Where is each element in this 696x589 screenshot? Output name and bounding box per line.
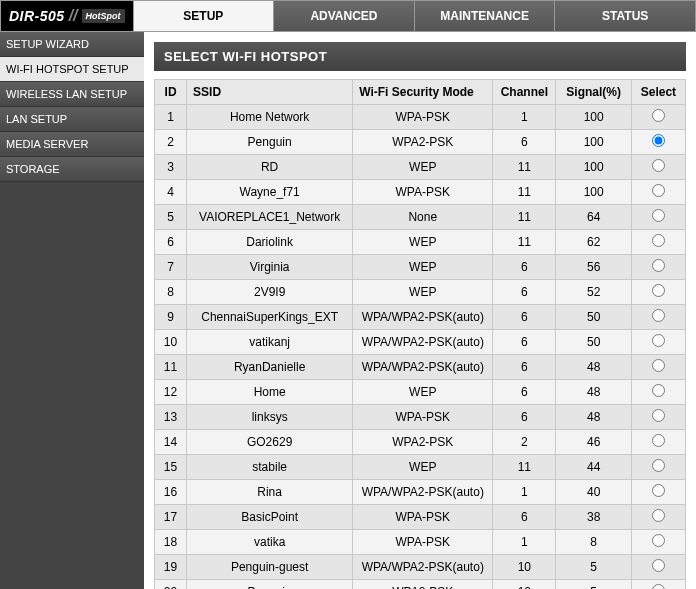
cell-security: WPA-PSK <box>353 405 493 430</box>
select-radio[interactable] <box>652 309 665 322</box>
topnav-item-maintenance[interactable]: MAINTENANCE <box>414 1 555 31</box>
cell-ssid: vatika <box>187 530 353 555</box>
select-radio[interactable] <box>652 159 665 172</box>
cell-ssid: ChennaiSuperKings_EXT <box>187 305 353 330</box>
table-row: 17BasicPointWPA-PSK638 <box>155 505 686 530</box>
cell-channel: 10 <box>493 580 556 590</box>
topnav-item-advanced[interactable]: ADVANCED <box>273 1 414 31</box>
table-row: 7VirginiaWEP656 <box>155 255 686 280</box>
cell-ssid: 2V9I9 <box>187 280 353 305</box>
sidebar-item-lan-setup[interactable]: LAN SETUP <box>0 107 144 132</box>
cell-id: 17 <box>155 505 187 530</box>
topnav-item-setup[interactable]: SETUP <box>133 1 274 31</box>
cell-select <box>631 230 685 255</box>
cell-channel: 6 <box>493 330 556 355</box>
cell-channel: 6 <box>493 130 556 155</box>
cell-channel: 6 <box>493 505 556 530</box>
table-row: 20PenguinWPA2-PSK105 <box>155 580 686 590</box>
table-row: 14GO2629WPA2-PSK246 <box>155 430 686 455</box>
select-radio[interactable] <box>652 409 665 422</box>
col-id: ID <box>155 80 187 105</box>
cell-signal: 44 <box>556 455 631 480</box>
select-radio[interactable] <box>652 109 665 122</box>
cell-channel: 6 <box>493 255 556 280</box>
sidebar-item-storage[interactable]: STORAGE <box>0 157 144 182</box>
select-radio[interactable] <box>652 384 665 397</box>
cell-select <box>631 280 685 305</box>
cell-select <box>631 355 685 380</box>
cell-signal: 40 <box>556 480 631 505</box>
select-radio[interactable] <box>652 234 665 247</box>
cell-channel: 6 <box>493 305 556 330</box>
select-radio[interactable] <box>652 209 665 222</box>
cell-ssid: vatikanj <box>187 330 353 355</box>
cell-security: WPA-PSK <box>353 180 493 205</box>
sidebar-item-media-server[interactable]: MEDIA SERVER <box>0 132 144 157</box>
select-radio[interactable] <box>652 509 665 522</box>
cell-signal: 100 <box>556 130 631 155</box>
sidebar-item-wi-fi-hotspot-setup[interactable]: WI-FI HOTSPOT SETUP <box>0 57 144 82</box>
cell-channel: 1 <box>493 480 556 505</box>
select-radio[interactable] <box>652 184 665 197</box>
topbar: DIR-505 // HotSpot SETUPADVANCEDMAINTENA… <box>0 0 696 32</box>
cell-signal: 5 <box>556 555 631 580</box>
top-nav: SETUPADVANCEDMAINTENANCESTATUS <box>133 1 695 31</box>
brand-mode: HotSpot <box>82 9 125 23</box>
cell-channel: 11 <box>493 230 556 255</box>
cell-select <box>631 105 685 130</box>
col-signal: Signal(%) <box>556 80 631 105</box>
networks-table: ID SSID Wi-Fi Security Mode Channel Sign… <box>154 79 686 589</box>
cell-select <box>631 530 685 555</box>
topnav-item-status[interactable]: STATUS <box>554 1 695 31</box>
table-row: 19Penguin-guestWPA/WPA2-PSK(auto)105 <box>155 555 686 580</box>
cell-ssid: RyanDanielle <box>187 355 353 380</box>
cell-security: WEP <box>353 255 493 280</box>
sidebar-item-setup-wizard[interactable]: SETUP WIZARD <box>0 32 144 57</box>
cell-id: 20 <box>155 580 187 590</box>
select-radio[interactable] <box>652 459 665 472</box>
table-row: 2PenguinWPA2-PSK6100 <box>155 130 686 155</box>
select-radio[interactable] <box>652 284 665 297</box>
select-radio[interactable] <box>652 434 665 447</box>
cell-channel: 1 <box>493 530 556 555</box>
cell-id: 14 <box>155 430 187 455</box>
table-row: 3RDWEP11100 <box>155 155 686 180</box>
cell-signal: 50 <box>556 330 631 355</box>
select-radio[interactable] <box>652 484 665 497</box>
cell-channel: 6 <box>493 380 556 405</box>
cell-security: WPA2-PSK <box>353 130 493 155</box>
sidebar-item-wireless-lan-setup[interactable]: WIRELESS LAN SETUP <box>0 82 144 107</box>
cell-select <box>631 580 685 590</box>
cell-select <box>631 155 685 180</box>
cell-security: WPA2-PSK <box>353 580 493 590</box>
cell-ssid: Wayne_f71 <box>187 180 353 205</box>
cell-signal: 56 <box>556 255 631 280</box>
cell-ssid: Rina <box>187 480 353 505</box>
cell-select <box>631 330 685 355</box>
select-radio[interactable] <box>652 334 665 347</box>
select-radio[interactable] <box>652 134 665 147</box>
table-row: 10vatikanjWPA/WPA2-PSK(auto)650 <box>155 330 686 355</box>
table-row: 4Wayne_f71WPA-PSK11100 <box>155 180 686 205</box>
cell-signal: 48 <box>556 380 631 405</box>
cell-security: WPA/WPA2-PSK(auto) <box>353 480 493 505</box>
select-radio[interactable] <box>652 534 665 547</box>
select-radio[interactable] <box>652 559 665 572</box>
cell-ssid: Dariolink <box>187 230 353 255</box>
cell-id: 4 <box>155 180 187 205</box>
cell-ssid: VAIOREPLACE1_Network <box>187 205 353 230</box>
cell-select <box>631 555 685 580</box>
cell-id: 19 <box>155 555 187 580</box>
table-row: 16RinaWPA/WPA2-PSK(auto)140 <box>155 480 686 505</box>
cell-ssid: Virginia <box>187 255 353 280</box>
select-radio[interactable] <box>652 359 665 372</box>
col-channel: Channel <box>493 80 556 105</box>
cell-security: WPA2-PSK <box>353 430 493 455</box>
cell-security: WPA/WPA2-PSK(auto) <box>353 305 493 330</box>
table-row: 9ChennaiSuperKings_EXTWPA/WPA2-PSK(auto)… <box>155 305 686 330</box>
cell-signal: 48 <box>556 405 631 430</box>
select-radio[interactable] <box>652 584 665 589</box>
cell-ssid: Penguin <box>187 580 353 590</box>
select-radio[interactable] <box>652 259 665 272</box>
cell-channel: 11 <box>493 205 556 230</box>
